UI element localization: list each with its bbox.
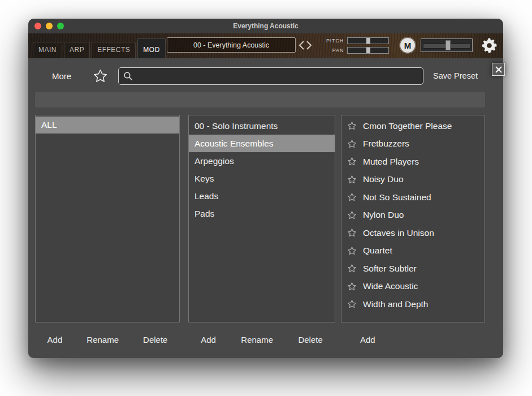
preset-label: Quartet — [363, 246, 392, 256]
preset-star-icon[interactable] — [347, 121, 357, 131]
pitch-pan-section: PITCH PAN — [322, 37, 389, 56]
preset-label: Nylon Duo — [363, 210, 404, 220]
browser-toolbar: More Save Preset — [28, 66, 503, 85]
preset-item[interactable]: Width and Depth — [341, 295, 485, 313]
volume-slider-handle[interactable] — [446, 40, 451, 50]
tab-bar: MAIN ARP EFFECTS MOD — [33, 38, 167, 58]
bank-item[interactable]: Acoustic Ensembles — [189, 135, 335, 152]
bank-item[interactable]: Pads — [189, 205, 335, 222]
preset-browser: More Save Preset ALL 00 - Solo Instrumen… — [28, 58, 503, 358]
preset-item[interactable]: Not So Sustained — [341, 188, 485, 206]
preset-star-icon[interactable] — [347, 175, 357, 184]
preset-item[interactable]: Cmon Together Please — [341, 117, 485, 135]
preset-list: Cmon Together Please Fretbuzzers Muted P… — [341, 115, 485, 322]
preset-star-icon[interactable] — [347, 210, 357, 220]
prev-preset-button[interactable] — [299, 40, 305, 50]
bank-list: 00 - Solo Instruments Acoustic Ensembles… — [188, 115, 335, 322]
close-browser-button[interactable] — [492, 63, 505, 76]
bank-item[interactable]: Arpeggios — [189, 152, 335, 170]
category-actions: Add Rename Delete — [35, 331, 180, 348]
preset-star-icon[interactable] — [347, 282, 357, 291]
preset-star-icon[interactable] — [347, 299, 357, 309]
volume-slider[interactable] — [421, 38, 473, 52]
traffic-lights — [34, 23, 64, 29]
preset-label: Fretbuzzers — [363, 139, 409, 149]
list-actions: Add Rename Delete Add Rename Delete Add — [28, 331, 503, 348]
plugin-header: MAIN ARP EFFECTS MOD 00 - Everything Aco… — [28, 33, 503, 58]
window-title: Everything Acoustic — [233, 22, 299, 30]
preset-item[interactable]: Fretbuzzers — [341, 135, 485, 153]
bank-item[interactable]: 00 - Solo Instruments — [189, 117, 335, 135]
preset-label: Muted Players — [363, 157, 419, 167]
tab-main[interactable]: MAIN — [33, 42, 62, 58]
preset-item[interactable]: Noisy Duo — [341, 171, 485, 189]
preset-star-icon[interactable] — [347, 246, 357, 256]
preset-actions: Add — [341, 331, 485, 348]
preset-item[interactable]: Nylon Duo — [341, 206, 485, 225]
preset-label: Width and Depth — [363, 299, 428, 309]
preset-item[interactable]: Wide Acoustic — [341, 278, 485, 296]
tab-arp[interactable]: ARP — [64, 42, 90, 58]
search-icon — [123, 71, 133, 81]
desktop: Everything Acoustic MAIN ARP EFFECTS MOD… — [0, 0, 532, 396]
preset-star-icon[interactable] — [347, 264, 357, 273]
category-rename-button[interactable]: Rename — [86, 335, 119, 345]
preset-label: Not So Sustained — [363, 192, 431, 203]
preset-item[interactable]: Muted Players — [341, 153, 485, 171]
tab-effects[interactable]: EFFECTS — [92, 42, 136, 58]
traffic-minimize-button[interactable] — [46, 23, 53, 29]
next-preset-button[interactable] — [306, 40, 312, 50]
tab-mod[interactable]: MOD — [137, 38, 166, 58]
preset-label: Cmon Together Please — [363, 121, 452, 131]
preset-item[interactable]: Octaves in Unison — [341, 224, 485, 242]
preset-label: Softer Subtler — [363, 264, 417, 274]
search-input[interactable] — [136, 71, 418, 80]
pitch-label: PITCH — [322, 38, 347, 44]
preset-star-icon[interactable] — [347, 228, 357, 238]
pan-label: PAN — [322, 48, 347, 53]
preset-selector: 00 - Everything Acoustic — [167, 37, 312, 53]
preset-star-icon[interactable] — [347, 139, 357, 149]
category-item[interactable]: ALL — [36, 117, 179, 134]
favorites-star-button[interactable] — [93, 68, 108, 84]
preset-display[interactable]: 00 - Everything Acoustic — [167, 37, 296, 53]
traffic-zoom-button[interactable] — [57, 23, 64, 29]
bank-item[interactable]: Leads — [189, 187, 335, 205]
bank-add-button[interactable]: Add — [201, 335, 216, 345]
titlebar[interactable]: Everything Acoustic — [28, 19, 503, 33]
bank-rename-button[interactable]: Rename — [241, 335, 273, 345]
more-button[interactable]: More — [52, 71, 71, 81]
pitch-slider[interactable] — [347, 37, 389, 44]
preset-nav — [299, 40, 312, 50]
preset-star-icon[interactable] — [347, 192, 357, 202]
category-list: ALL — [35, 115, 180, 322]
settings-gear-icon[interactable] — [481, 37, 498, 54]
preset-label: Noisy Duo — [363, 174, 404, 184]
category-add-button[interactable]: Add — [47, 335, 63, 345]
app-window: Everything Acoustic MAIN ARP EFFECTS MOD… — [28, 19, 503, 358]
preset-label: Octaves in Unison — [363, 228, 434, 238]
bank-item[interactable]: Keys — [189, 170, 335, 187]
pan-slider[interactable] — [347, 47, 389, 54]
preset-add-button[interactable]: Add — [360, 335, 375, 345]
pan-slider-handle[interactable] — [366, 48, 370, 53]
category-delete-button[interactable]: Delete — [143, 335, 167, 345]
preset-item[interactable]: Softer Subtler — [341, 260, 485, 278]
preset-star-icon[interactable] — [347, 157, 357, 166]
filter-info-bar — [35, 92, 485, 107]
traffic-close-button[interactable] — [34, 23, 41, 29]
search-box[interactable] — [118, 67, 423, 85]
save-preset-button[interactable]: Save Preset — [433, 71, 478, 80]
bank-actions: Add Rename Delete — [188, 331, 335, 348]
bank-delete-button[interactable]: Delete — [298, 335, 322, 345]
preset-item[interactable]: Quartet — [341, 242, 485, 260]
pitch-slider-handle[interactable] — [366, 38, 370, 44]
preset-label: Wide Acoustic — [363, 281, 418, 291]
midi-button[interactable]: M — [400, 38, 415, 53]
